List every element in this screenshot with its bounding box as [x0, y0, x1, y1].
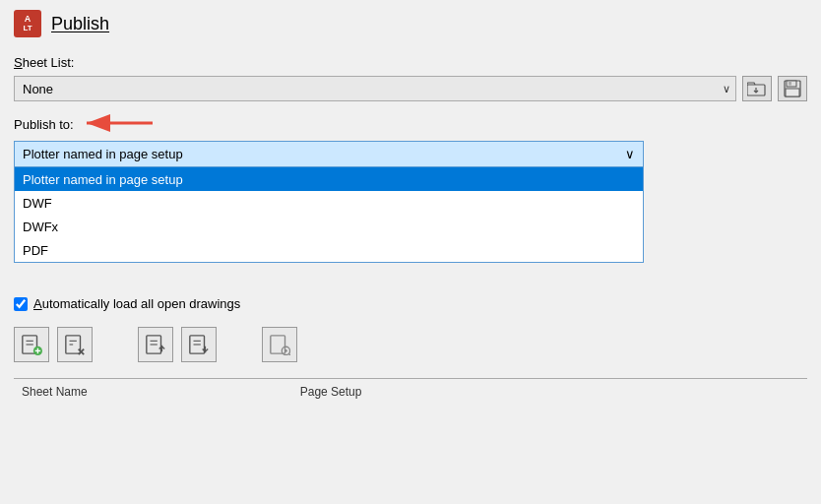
table-header: Sheet Name Page Setup [14, 378, 807, 405]
app-icon: ALT [14, 10, 41, 37]
svg-rect-4 [786, 89, 799, 96]
red-arrow-indicator [79, 111, 158, 135]
svg-rect-26 [271, 336, 285, 353]
publish-to-dropdown[interactable]: Plotter named in page setup ∨ Plotter na… [14, 141, 644, 166]
svg-point-29 [284, 349, 287, 352]
add-sheet-button[interactable] [14, 327, 49, 362]
move-down-icon [188, 334, 210, 355]
save-icon [784, 80, 801, 97]
dropdown-header[interactable]: Plotter named in page setup ∨ [14, 141, 644, 166]
dropdown-list: Plotter named in page setup DWF DWFx PDF [14, 166, 644, 263]
publish-to-label-row: Publish to: [14, 113, 807, 135]
preview-icon [269, 334, 290, 355]
dropdown-item-pdf[interactable]: PDF [15, 238, 643, 262]
dialog-content: Sheet List: None ∨ [0, 45, 821, 405]
save-sheet-list-button[interactable] [778, 76, 807, 101]
move-up-icon [145, 334, 166, 355]
column-sheet-name: Sheet Name [14, 383, 95, 401]
dropdown-chevron-icon: ∨ [625, 147, 635, 161]
auto-load-label: Automatically load all open drawings [33, 296, 240, 311]
publish-dialog: ALT Publish Sheet List: None ∨ [0, 0, 821, 504]
sheet-list-row: None ∨ [14, 76, 807, 101]
dialog-title: Publish [51, 14, 109, 34]
dropdown-item-dwfx[interactable]: DWFx [15, 215, 643, 238]
dropdown-item-dwf[interactable]: DWF [15, 191, 643, 215]
move-down-button[interactable] [181, 327, 217, 362]
dropdown-selected-value: Plotter named in page setup [23, 147, 183, 161]
load-sheet-list-button[interactable] [742, 76, 772, 101]
title-bar: ALT Publish [0, 0, 821, 45]
sheet-list-select-wrapper: None ∨ [14, 76, 736, 101]
toolbar-row [14, 321, 807, 368]
svg-rect-13 [66, 336, 81, 353]
auto-load-checkbox[interactable] [14, 297, 28, 311]
column-page-setup: Page Setup [292, 383, 370, 401]
svg-rect-3 [789, 82, 791, 86]
remove-sheet-icon [64, 334, 86, 355]
dropdown-item-plotter[interactable]: Plotter named in page setup [15, 167, 643, 191]
auto-load-row: Automatically load all open drawings [14, 296, 807, 311]
svg-line-28 [288, 353, 290, 355]
sheet-list-select[interactable]: None [14, 76, 736, 101]
move-up-button[interactable] [138, 327, 173, 362]
folder-import-icon [747, 81, 767, 96]
remove-sheet-button[interactable] [57, 327, 93, 362]
preview-button[interactable] [262, 327, 297, 362]
add-sheet-icon [21, 334, 42, 355]
sheet-list-label: Sheet List: [14, 55, 807, 70]
